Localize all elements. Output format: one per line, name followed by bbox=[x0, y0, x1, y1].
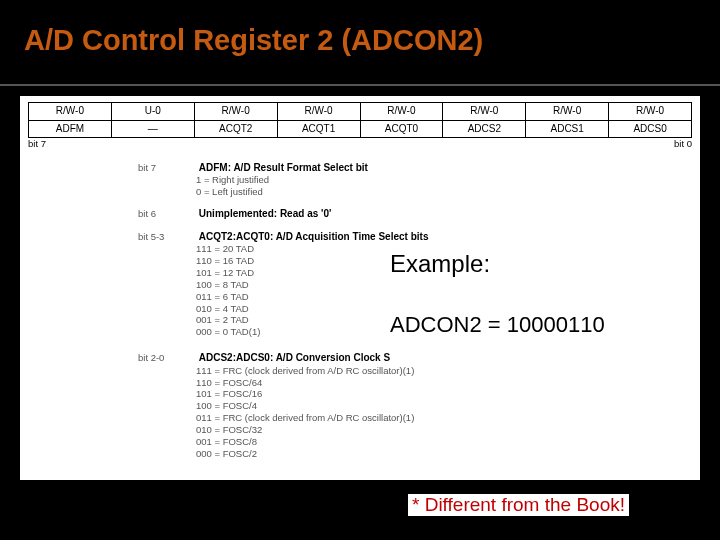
bit-endcaps: bit 7 bit 0 bbox=[28, 138, 692, 150]
rw-cell: R/W-0 bbox=[194, 103, 277, 121]
example-block: Example: ADCON2 = 10000110 bbox=[390, 246, 680, 362]
rw-cell: R/W-0 bbox=[360, 103, 443, 121]
rw-cell: R/W-0 bbox=[277, 103, 360, 121]
bit-name-cell: — bbox=[111, 120, 194, 138]
bit-line: 1 = Right justified bbox=[196, 174, 692, 186]
page-title: A/D Control Register 2 (ADCON2) bbox=[24, 24, 483, 57]
example-label: Example: bbox=[390, 250, 490, 278]
bit-line: 000 = FOSC/2 bbox=[196, 448, 692, 460]
bit-label: bit 7 bbox=[138, 162, 196, 174]
footnote-different-from-book: * Different from the Book! bbox=[408, 494, 629, 516]
bit-line: 101 = FOSC/16 bbox=[196, 388, 692, 400]
bit-heading: ADFM: A/D Result Format Select bit bbox=[199, 162, 368, 173]
bit-heading: ACQT2:ACQT0: A/D Acquisition Time Select… bbox=[199, 231, 429, 242]
bit-line: 110 = FOSC/64 bbox=[196, 377, 692, 389]
bit-label: bit 5-3 bbox=[138, 231, 196, 243]
bit-line: 011 = FRC (clock derived from A/D RC osc… bbox=[196, 412, 692, 424]
rw-cell: U-0 bbox=[111, 103, 194, 121]
bit-label: bit 2-0 bbox=[138, 352, 196, 364]
bit-line: 0 = Left justified bbox=[196, 186, 692, 198]
bit-label: bit 6 bbox=[138, 208, 196, 220]
bit-name-cell: ADCS1 bbox=[526, 120, 609, 138]
bit-line: 010 = FOSC/32 bbox=[196, 424, 692, 436]
rw-cell: R/W-0 bbox=[29, 103, 112, 121]
bit2-0-row: bit 2-0 ADCS2:ADCS0: A/D Conversion Cloc… bbox=[138, 352, 692, 460]
title-rule bbox=[0, 84, 720, 86]
bit-line: 001 = FOSC/8 bbox=[196, 436, 692, 448]
rw-cell: R/W-0 bbox=[443, 103, 526, 121]
bit-name-cell: ADCS2 bbox=[443, 120, 526, 138]
bit7-row: bit 7 ADFM: A/D Result Format Select bit… bbox=[138, 162, 692, 198]
bit-line: 111 = FRC (clock derived from A/D RC osc… bbox=[196, 365, 692, 377]
bit-name-cell: ACQT1 bbox=[277, 120, 360, 138]
register-bit-table: R/W-0 U-0 R/W-0 R/W-0 R/W-0 R/W-0 R/W-0 … bbox=[28, 102, 692, 138]
bit0-label: bit 0 bbox=[674, 138, 692, 150]
rw-cell: R/W-0 bbox=[526, 103, 609, 121]
bit-line: 100 = FOSC/4 bbox=[196, 400, 692, 412]
bit6-row: bit 6 Unimplemented: Read as '0' bbox=[138, 208, 692, 221]
bit-heading: Unimplemented: Read as '0' bbox=[199, 208, 332, 219]
bit-name-cell: ADCS0 bbox=[609, 120, 692, 138]
bit-name-cell: ACQT0 bbox=[360, 120, 443, 138]
rw-cell: R/W-0 bbox=[609, 103, 692, 121]
example-value: ADCON2 = 10000110 bbox=[390, 312, 605, 338]
bit-name-cell: ADFM bbox=[29, 120, 112, 138]
bit7-label: bit 7 bbox=[28, 138, 46, 150]
bit-name-cell: ACQT2 bbox=[194, 120, 277, 138]
